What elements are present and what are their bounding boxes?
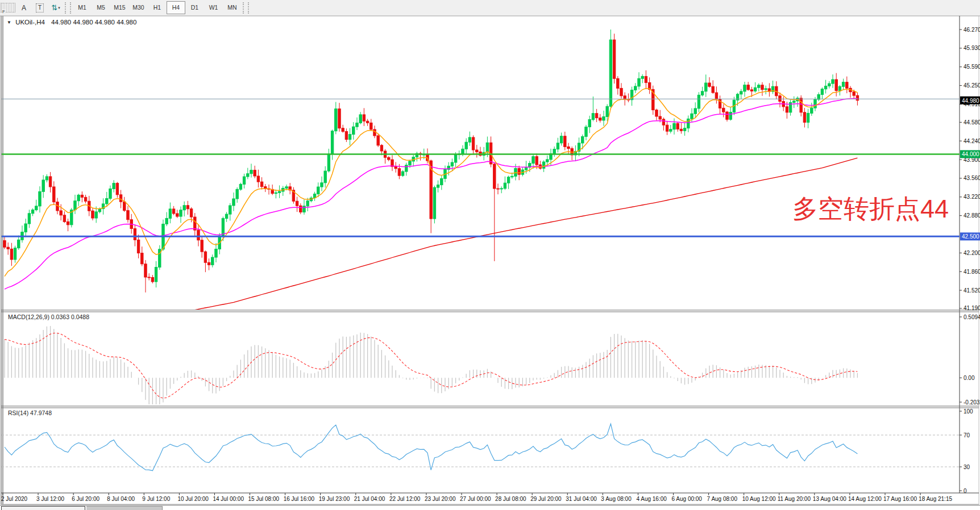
svg-text:31 Jul 04:00: 31 Jul 04:00 [566, 496, 597, 502]
svg-text:29 Jul 20:00: 29 Jul 20:00 [530, 496, 562, 502]
chart-text-annotation[interactable]: 多空转折点44 [792, 192, 949, 226]
toolbar: F A T ⇅ ▾ M1M5M15M30H1H4D1W1MN [0, 0, 980, 16]
svg-text:22 Jul 12:00: 22 Jul 12:00 [389, 496, 421, 502]
svg-text:41.520: 41.520 [964, 287, 980, 294]
svg-text:8 Jul 04:00: 8 Jul 04:00 [107, 496, 135, 502]
svg-text:0: 0 [964, 488, 967, 494]
quote-values: 44.980 44.980 44.980 44.980 [51, 19, 136, 26]
chart-tab-active[interactable] [1, 506, 85, 510]
svg-text:6 Aug 00:00: 6 Aug 00:00 [672, 496, 703, 502]
timeframe-button-m15[interactable]: M15 [110, 1, 129, 14]
timeframe-button-h4[interactable]: H4 [167, 1, 185, 14]
svg-text:21 Jul 04:00: 21 Jul 04:00 [354, 496, 385, 502]
text-label-tool-icon[interactable]: A [16, 1, 31, 14]
timeframe-button-w1[interactable]: W1 [204, 1, 223, 14]
symbol-menu-triangle-icon[interactable]: ▼ [7, 20, 11, 25]
svg-text:17 Aug 16:00: 17 Aug 16:00 [883, 496, 917, 502]
timeframe-button-m1[interactable]: M1 [73, 1, 92, 14]
svg-text:43.220: 43.220 [964, 194, 980, 200]
chart-shift-icon[interactable]: F [1, 3, 15, 12]
svg-text:10 Jul 20:00: 10 Jul 20:00 [177, 496, 209, 502]
svg-text:9 Jul 12:00: 9 Jul 12:00 [142, 496, 170, 502]
symbol-period-label: UKOil-,H4 [15, 19, 45, 26]
svg-text:70: 70 [964, 432, 970, 438]
price-tag: 44.000 [960, 150, 980, 158]
svg-text:30: 30 [964, 464, 970, 470]
price-tag: 42.500 [960, 232, 980, 240]
svg-text:44.240: 44.240 [964, 138, 980, 144]
chart-tab[interactable] [86, 506, 163, 510]
svg-text:42.880: 42.880 [964, 212, 980, 219]
timeframe-button-h1[interactable]: H1 [148, 1, 167, 14]
svg-text:13 Aug 04:00: 13 Aug 04:00 [813, 496, 846, 502]
svg-text:4 Aug 16:00: 4 Aug 16:00 [636, 496, 667, 502]
macd-indicator-label: MACD(12,26,9) 0.0363 0.0488 [8, 313, 89, 320]
cycle-arrows-icon[interactable]: ⇅ ▾ [48, 1, 63, 14]
svg-text:3 Jul 12:00: 3 Jul 12:00 [36, 496, 64, 502]
svg-text:19 Jul 23:00: 19 Jul 23:00 [319, 496, 350, 502]
rsi-indicator-label: RSI(14) 47.9748 [8, 409, 52, 416]
svg-text:6 Jul 20:00: 6 Jul 20:00 [72, 496, 99, 502]
timeframe-group: M1M5M15M30H1H4D1W1MN [73, 1, 242, 14]
svg-text:44.000: 44.000 [962, 151, 979, 157]
svg-text:42.500: 42.500 [962, 233, 979, 240]
svg-text:2 Jul 2020: 2 Jul 2020 [1, 496, 28, 502]
toolbar-separator [65, 2, 71, 14]
svg-text:41.190: 41.190 [964, 305, 980, 311]
svg-text:45.250: 45.250 [964, 82, 980, 89]
toolbar-separator [243, 2, 249, 14]
svg-text:14 Jul 00:00: 14 Jul 00:00 [213, 496, 244, 502]
svg-text:16 Jul 16:00: 16 Jul 16:00 [284, 496, 315, 502]
svg-text:15 Jul 08:00: 15 Jul 08:00 [248, 496, 280, 502]
chart-canvas[interactable]: 46.27045.93045.59045.25044.91044.58044.2… [0, 0, 980, 510]
svg-text:7 Aug 08:00: 7 Aug 08:00 [707, 496, 738, 502]
chart-tab-bar [0, 505, 980, 510]
timeframe-button-m30[interactable]: M30 [129, 1, 148, 14]
svg-text:10 Aug 12:00: 10 Aug 12:00 [742, 496, 776, 502]
svg-text:45.930: 45.930 [964, 45, 980, 51]
price-tag: 44.980 [960, 97, 980, 104]
timeframe-button-m5[interactable]: M5 [92, 1, 110, 14]
svg-text:-0.2032: -0.2032 [964, 399, 980, 406]
svg-text:3 Aug 08:00: 3 Aug 08:00 [601, 496, 632, 502]
svg-text:45.590: 45.590 [964, 64, 980, 70]
svg-text:42.200: 42.200 [964, 250, 980, 256]
svg-text:0.5094: 0.5094 [964, 314, 980, 320]
timeframe-button-mn[interactable]: MN [223, 1, 242, 14]
svg-text:11 Aug 20:00: 11 Aug 20:00 [778, 496, 811, 502]
svg-text:44.580: 44.580 [964, 119, 980, 126]
chevron-down-icon: ▾ [58, 6, 60, 10]
mt4-window: F A T ⇅ ▾ M1M5M15M30H1H4D1W1MN ▼ UKOil-,… [0, 0, 980, 510]
text-tool-icon[interactable]: T [32, 1, 47, 14]
svg-text:18 Aug 21:15: 18 Aug 21:15 [919, 496, 952, 502]
chart-title: ▼ UKOil-,H4 44.980 44.980 44.980 44.980 [7, 19, 136, 26]
svg-text:0.00: 0.00 [964, 375, 975, 381]
svg-text:46.270: 46.270 [964, 27, 980, 33]
svg-text:14 Aug 12:00: 14 Aug 12:00 [848, 496, 882, 502]
svg-text:43.560: 43.560 [964, 175, 980, 181]
svg-text:28 Jul 08:00: 28 Jul 08:00 [495, 496, 526, 502]
timeframe-button-d1[interactable]: D1 [185, 1, 204, 14]
svg-text:27 Jul 00:00: 27 Jul 00:00 [460, 496, 491, 502]
svg-text:44.980: 44.980 [962, 98, 979, 104]
svg-text:23 Jul 20:00: 23 Jul 20:00 [425, 496, 456, 502]
svg-text:41.860: 41.860 [964, 269, 980, 275]
svg-text:100: 100 [964, 408, 973, 415]
